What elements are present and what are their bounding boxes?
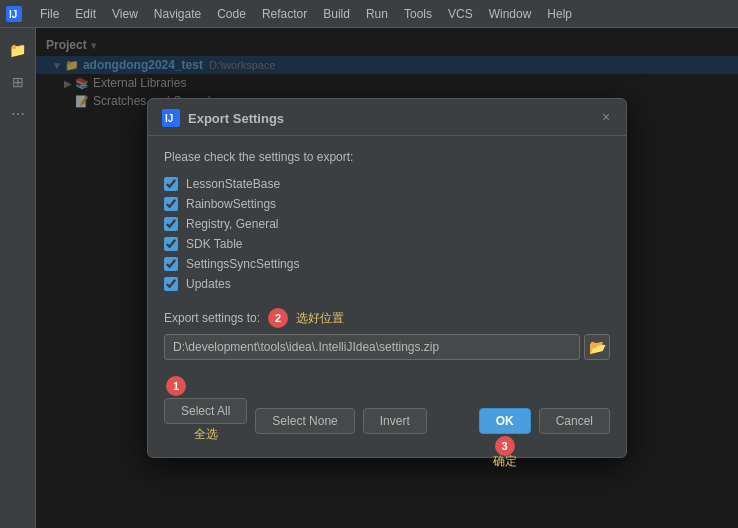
menu-file[interactable]: File: [32, 5, 67, 23]
badge-1-annotation: 全选: [194, 426, 218, 443]
menu-code[interactable]: Code: [209, 5, 254, 23]
checkbox-row-0: LessonStateBase: [164, 174, 610, 194]
checkbox-rainbowsettings[interactable]: [164, 197, 178, 211]
checkbox-row-1: RainbowSettings: [164, 194, 610, 214]
dialog-titlebar: IJ Export Settings ×: [148, 99, 626, 136]
export-settings-dialog: IJ Export Settings × Please check the se…: [147, 98, 627, 458]
checkbox-label-rainbowsettings: RainbowSettings: [186, 197, 276, 211]
svg-text:IJ: IJ: [165, 113, 173, 124]
menu-navigate[interactable]: Navigate: [146, 5, 209, 23]
dialog-logo-icon: IJ: [162, 109, 180, 127]
checkbox-registry-general[interactable]: [164, 217, 178, 231]
select-none-button[interactable]: Select None: [255, 408, 354, 434]
checkbox-lessonstatebase[interactable]: [164, 177, 178, 191]
checkbox-list: LessonStateBase RainbowSettings Registry…: [164, 174, 610, 294]
path-input-row: 📂: [164, 334, 610, 360]
checkbox-updates[interactable]: [164, 277, 178, 291]
menu-tools[interactable]: Tools: [396, 5, 440, 23]
folder-icon[interactable]: 📁: [4, 36, 32, 64]
app-logo: IJ: [4, 4, 24, 24]
menu-window[interactable]: Window: [481, 5, 540, 23]
invert-button[interactable]: Invert: [363, 408, 427, 434]
checkbox-settingssyncsettings[interactable]: [164, 257, 178, 271]
menu-vcs[interactable]: VCS: [440, 5, 481, 23]
badge-2-annotation: 选好位置: [296, 310, 344, 327]
dialog-title: Export Settings: [188, 111, 284, 126]
checkbox-label-settingssyncsettings: SettingsSyncSettings: [186, 257, 299, 271]
checkbox-row-2: Registry, General: [164, 214, 610, 234]
ok-button[interactable]: OK: [479, 408, 531, 434]
checkbox-sdktable[interactable]: [164, 237, 178, 251]
badge-1-number: 1: [166, 376, 186, 396]
dots-icon[interactable]: ⋯: [4, 100, 32, 128]
checkbox-label-lessonstatebase: LessonStateBase: [186, 177, 280, 191]
checkbox-label-updates: Updates: [186, 277, 231, 291]
dialog-footer: 1 Select All 全选 Select None Invert OK 3 …: [148, 388, 626, 457]
left-sidebar: 📁 ⊞ ⋯: [0, 28, 36, 528]
menu-help[interactable]: Help: [539, 5, 580, 23]
export-path-label-row: Export settings to: 2 选好位置: [164, 308, 610, 328]
checkbox-row-5: Updates: [164, 274, 610, 294]
select-all-button[interactable]: Select All: [164, 398, 247, 424]
menu-edit[interactable]: Edit: [67, 5, 104, 23]
export-path-input[interactable]: [164, 334, 580, 360]
grid-icon[interactable]: ⊞: [4, 68, 32, 96]
checkbox-label-sdktable: SDK Table: [186, 237, 242, 251]
main-area: Project ▾ ▼ 📁 adongdong2024_test D:\work…: [36, 28, 738, 528]
dialog-subtitle: Please check the settings to export:: [164, 150, 610, 164]
menubar: IJ File Edit View Navigate Code Refactor…: [0, 0, 738, 28]
dialog-close-button[interactable]: ×: [596, 107, 616, 127]
export-path-section: Export settings to: 2 选好位置 📂: [164, 308, 610, 360]
export-path-label-text: Export settings to:: [164, 311, 260, 325]
menu-view[interactable]: View: [104, 5, 146, 23]
browse-button[interactable]: 📂: [584, 334, 610, 360]
badge-2-number: 2: [268, 308, 288, 328]
checkbox-row-4: SettingsSyncSettings: [164, 254, 610, 274]
menu-run[interactable]: Run: [358, 5, 396, 23]
checkbox-label-registry-general: Registry, General: [186, 217, 278, 231]
checkbox-row-3: SDK Table: [164, 234, 610, 254]
svg-text:IJ: IJ: [9, 9, 17, 20]
dialog-body: Please check the settings to export: Les…: [148, 136, 626, 388]
dialog-overlay: IJ Export Settings × Please check the se…: [36, 28, 738, 528]
menu-refactor[interactable]: Refactor: [254, 5, 315, 23]
menu-build[interactable]: Build: [315, 5, 358, 23]
badge-3-annotation: 确定: [493, 453, 517, 470]
cancel-button[interactable]: Cancel: [539, 408, 610, 434]
